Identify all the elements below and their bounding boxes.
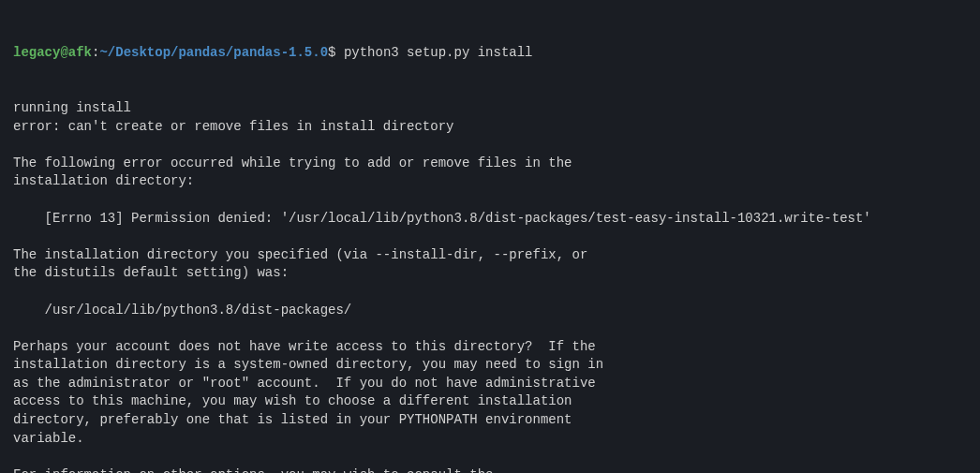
output-line: directory, preferably one that is listed… <box>13 411 967 430</box>
output-line: The following error occurred while tryin… <box>13 155 967 173</box>
prompt-line: legacy@afk:~/Desktop/pandas/pandas-1.5.0… <box>13 44 967 63</box>
output-line: as the administrator or "root" account. … <box>13 375 967 393</box>
output-line: running install <box>13 99 967 118</box>
output-line <box>13 136 967 155</box>
output-line: the distutils default setting) was: <box>13 264 967 283</box>
output-line <box>13 283 967 302</box>
output-line <box>13 191 967 210</box>
output-line: For information on other options, you ma… <box>13 466 967 473</box>
output-line: The installation directory you specified… <box>13 246 967 265</box>
output-line: installation directory: <box>13 172 967 191</box>
output-line: /usr/local/lib/python3.8/dist-packages/ <box>13 302 967 320</box>
output-line: variable. <box>13 430 967 449</box>
prompt-path: ~/Desktop/pandas/pandas-1.5.0 <box>99 45 328 60</box>
prompt-user-host: legacy@afk <box>13 45 92 60</box>
terminal-output: running installerror: can't create or re… <box>13 99 967 473</box>
output-line <box>13 319 967 338</box>
output-line: installation directory is a system-owned… <box>13 356 967 375</box>
output-line <box>13 228 967 246</box>
command-input: python3 setup.py install <box>344 45 533 60</box>
output-line: access to this machine, you may wish to … <box>13 392 967 411</box>
output-line: [Errno 13] Permission denied: '/usr/loca… <box>13 210 967 229</box>
output-line: Perhaps your account does not have write… <box>13 338 967 357</box>
terminal[interactable]: legacy@afk:~/Desktop/pandas/pandas-1.5.0… <box>13 7 967 473</box>
output-line: error: can't create or remove files in i… <box>13 118 967 137</box>
prompt-dollar: $ <box>328 45 344 60</box>
output-line <box>13 448 967 466</box>
